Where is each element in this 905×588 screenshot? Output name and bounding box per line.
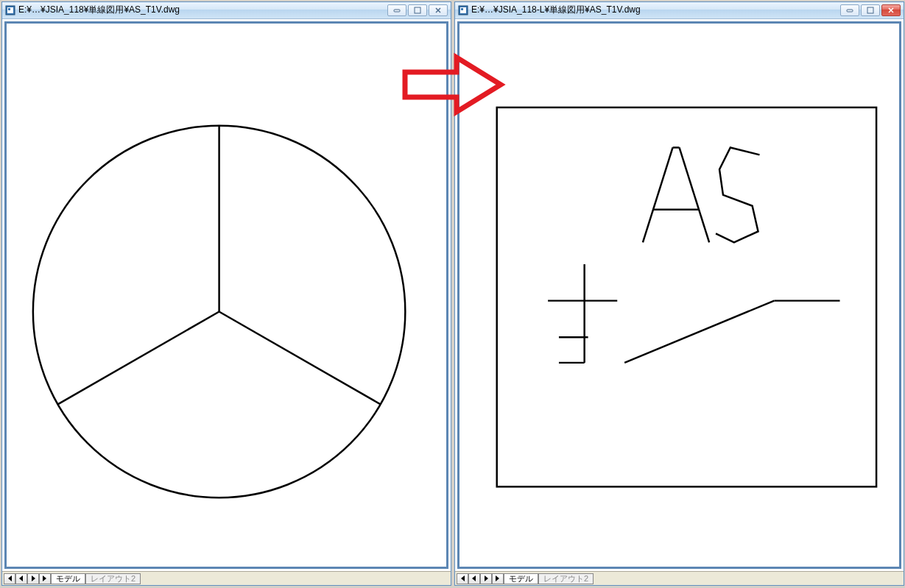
svg-line-9 [58, 311, 219, 404]
nav-prev-button[interactable] [468, 573, 480, 584]
window-title-left: E:¥…¥JSIA_118¥単線図用¥AS_T1V.dwg [18, 4, 387, 16]
titlebar-left[interactable]: E:¥…¥JSIA_118¥単線図用¥AS_T1V.dwg [2, 2, 451, 19]
svg-rect-4 [415, 7, 420, 13]
close-button[interactable] [881, 4, 901, 16]
close-button[interactable] [429, 4, 448, 16]
nav-prev-button[interactable] [15, 573, 27, 584]
nav-next-button[interactable] [27, 573, 39, 584]
svg-line-27 [624, 300, 774, 362]
canvas-left[interactable] [4, 21, 448, 569]
svg-rect-13 [461, 8, 463, 10]
svg-line-19 [643, 147, 673, 242]
minimize-button[interactable] [840, 4, 859, 16]
svg-rect-2 [8, 8, 10, 10]
svg-rect-14 [847, 10, 853, 12]
titlebar-right[interactable]: E:¥…¥JSIA_118-L¥単線図用¥AS_T1V.dwg [455, 2, 904, 19]
drawing-left [7, 24, 446, 567]
minimize-button[interactable] [387, 4, 406, 16]
maximize-button[interactable] [408, 4, 427, 16]
tab-layout[interactable]: レイアウト2 [538, 573, 594, 584]
tab-model[interactable]: モデル [51, 573, 85, 584]
tab-layout[interactable]: レイアウト2 [85, 573, 141, 584]
window-right: E:¥…¥JSIA_118-L¥単線図用¥AS_T1V.dwg [454, 1, 904, 586]
nav-last-button[interactable] [39, 573, 51, 584]
window-controls-left [387, 4, 448, 16]
svg-line-21 [680, 147, 710, 242]
tab-model[interactable]: モデル [504, 573, 538, 584]
nav-first-button[interactable] [457, 573, 468, 584]
window-left: E:¥…¥JSIA_118¥単線図用¥AS_T1V.dwg モデル レイアウト2 [1, 1, 451, 586]
statusbar-left: モデル レイアウト2 [2, 571, 451, 585]
drawing-right [459, 24, 899, 567]
svg-rect-3 [394, 10, 400, 12]
maximize-button[interactable] [861, 4, 880, 16]
svg-rect-15 [867, 7, 873, 13]
nav-last-button[interactable] [492, 573, 504, 584]
nav-first-button[interactable] [4, 573, 15, 584]
app-icon [5, 5, 15, 15]
window-title-right: E:¥…¥JSIA_118-L¥単線図用¥AS_T1V.dwg [471, 4, 840, 16]
svg-line-10 [219, 311, 381, 404]
window-controls-right [840, 4, 901, 16]
canvas-right[interactable] [457, 21, 901, 569]
app-icon [458, 5, 468, 15]
svg-rect-18 [497, 107, 876, 486]
nav-next-button[interactable] [480, 573, 492, 584]
statusbar-right: モデル レイアウト2 [455, 571, 904, 585]
